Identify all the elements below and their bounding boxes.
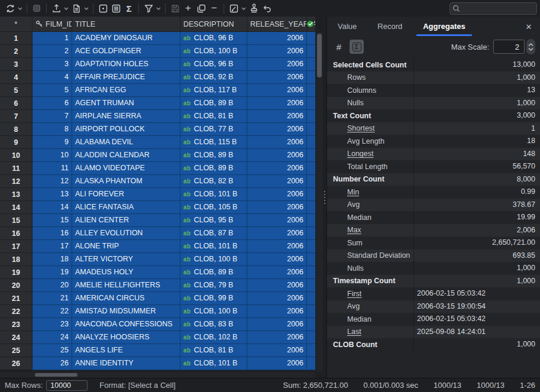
- row-number-cell[interactable]: 25: [0, 344, 33, 357]
- table-row[interactable]: 1313ALI FOREVERabCLOB, 101 B2006: [0, 188, 323, 201]
- release-year-cell[interactable]: 2006: [247, 240, 307, 253]
- aggregate-row[interactable]: Number Count8,000: [327, 173, 540, 186]
- stamp-icon[interactable]: [247, 2, 260, 15]
- clipped-cell[interactable]: [307, 71, 315, 84]
- release-year-cell[interactable]: 2006: [247, 123, 307, 136]
- description-cell[interactable]: abCLOB, 101 B: [180, 188, 247, 201]
- record-list-icon[interactable]: [109, 2, 122, 15]
- row-number-cell[interactable]: 5: [0, 84, 33, 97]
- description-cell[interactable]: abCLOB, 87 B: [180, 227, 247, 240]
- description-cell[interactable]: abCLOB, 99 B: [180, 292, 247, 305]
- release-year-cell[interactable]: 2006: [247, 45, 307, 58]
- release-year-cell[interactable]: 2006: [247, 188, 307, 201]
- table-row[interactable]: 99ALABAMA DEVILabCLOB, 115 B2006: [0, 136, 323, 149]
- aggregate-label[interactable]: First: [327, 290, 413, 298]
- status-fetch-counts[interactable]: 1000/13: [434, 381, 461, 390]
- row-number-cell[interactable]: 9: [0, 136, 33, 149]
- row-number-cell[interactable]: 13: [0, 188, 33, 201]
- aggregate-label[interactable]: Last: [327, 328, 413, 336]
- description-cell[interactable]: abCLOB, 96 B: [180, 32, 247, 45]
- film-id-cell[interactable]: 6: [33, 97, 72, 110]
- edit-cell-icon[interactable]: [227, 2, 240, 15]
- title-cell[interactable]: ALTER VICTORY: [72, 253, 180, 266]
- description-cell[interactable]: abCLOB, 77 B: [180, 123, 247, 136]
- tab-aggregates[interactable]: Aggregates: [421, 17, 467, 36]
- clipped-cell[interactable]: [307, 266, 315, 279]
- row-number-cell[interactable]: 16: [0, 227, 33, 240]
- release-year-cell[interactable]: 2006: [247, 357, 307, 370]
- clipped-cell[interactable]: [307, 253, 315, 266]
- clipped-cell[interactable]: [307, 331, 315, 344]
- aggregate-row[interactable]: Longest148: [327, 148, 540, 161]
- edit-dropdown-icon[interactable]: [240, 2, 247, 15]
- release-year-cell[interactable]: 2006: [247, 162, 307, 175]
- release-year-cell[interactable]: 2006: [247, 318, 307, 331]
- film-id-cell[interactable]: 18: [33, 253, 72, 266]
- release-year-cell[interactable]: 2006: [247, 279, 307, 292]
- aggregate-row[interactable]: Standard Deviation693.85: [327, 250, 540, 263]
- table-row[interactable]: 2121AMERICAN CIRCUSabCLOB, 99 B2006: [0, 292, 323, 305]
- release-year-cell[interactable]: 2006: [247, 214, 307, 227]
- title-cell[interactable]: AIRPLANE SIERRA: [72, 110, 180, 123]
- description-cell[interactable]: abCLOB, 81 B: [180, 344, 247, 357]
- description-cell[interactable]: abCLOB, 82 B: [180, 175, 247, 188]
- film-id-cell[interactable]: 15: [33, 214, 72, 227]
- table-row[interactable]: 1212ALASKA PHANTOMabCLOB, 82 B2006: [0, 175, 323, 188]
- table-row[interactable]: 11ACADEMY DINOSAURabCLOB, 96 B2006: [0, 32, 323, 45]
- release-year-cell[interactable]: 2006: [247, 305, 307, 318]
- aggregate-row[interactable]: Selected Cells Count13,000: [327, 59, 540, 72]
- aggregate-functions-icon[interactable]: Σ: [350, 40, 364, 54]
- refresh-dropdown-icon[interactable]: [17, 2, 24, 15]
- aggregate-label[interactable]: Longest: [327, 150, 413, 158]
- row-number-cell[interactable]: 4: [0, 71, 33, 84]
- table-row[interactable]: 33ADAPTATION HOLESabCLOB, 96 B2006: [0, 58, 323, 71]
- title-cell[interactable]: ACADEMY DINOSAUR: [72, 32, 180, 45]
- horizontal-scrollbar-thumb[interactable]: [35, 373, 77, 377]
- description-cell[interactable]: abCLOB, 100 B: [180, 253, 247, 266]
- title-cell[interactable]: ALAMO VIDEOTAPE: [72, 162, 180, 175]
- table-row[interactable]: 1515ALIEN CENTERabCLOB, 95 B2006: [0, 214, 323, 227]
- filter-dropdown-icon[interactable]: [155, 2, 162, 15]
- description-cell[interactable]: abCLOB, 100 B: [180, 305, 247, 318]
- title-cell[interactable]: ANGELS LIFE: [72, 344, 180, 357]
- table-row[interactable]: 2020AMELIE HELLFIGHTERSabCLOB, 79 B2006: [0, 279, 323, 292]
- row-number-cell[interactable]: 24: [0, 331, 33, 344]
- description-cell[interactable]: abCLOB, 101 B: [180, 240, 247, 253]
- row-number-cell[interactable]: 20: [0, 279, 33, 292]
- table-row[interactable]: 1010ALADDIN CALENDARabCLOB, 89 B2006: [0, 149, 323, 162]
- row-number-cell[interactable]: 1: [0, 32, 33, 45]
- description-cell[interactable]: abCLOB, 89 B: [180, 97, 247, 110]
- tab-record[interactable]: Record: [376, 17, 404, 36]
- release-year-cell[interactable]: 2006: [247, 227, 307, 240]
- film-id-cell[interactable]: 12: [33, 175, 72, 188]
- row-number-cell[interactable]: 7: [0, 110, 33, 123]
- clipped-cell[interactable]: [307, 45, 315, 58]
- column-header-description[interactable]: DESCRIPTION: [180, 17, 247, 32]
- clipped-cell[interactable]: [307, 357, 315, 370]
- aggregate-row[interactable]: Median2006-02-15 05:03:42: [327, 313, 540, 326]
- title-cell[interactable]: ALICE FANTASIA: [72, 201, 180, 214]
- release-year-cell[interactable]: 2006: [247, 84, 307, 97]
- table-row[interactable]: 1919AMADEUS HOLYabCLOB, 89 B2006: [0, 266, 323, 279]
- film-id-cell[interactable]: 4: [33, 71, 72, 84]
- film-id-cell[interactable]: 10: [33, 149, 72, 162]
- table-row[interactable]: 22ACE GOLDFINGERabCLOB, 100 B2006: [0, 45, 323, 58]
- title-cell[interactable]: ALABAMA DEVIL: [72, 136, 180, 149]
- clipped-cell[interactable]: [307, 58, 315, 71]
- row-number-cell[interactable]: 19: [0, 266, 33, 279]
- title-cell[interactable]: ACE GOLDFINGER: [72, 45, 180, 58]
- title-cell[interactable]: ANALYZE HOOSIERS: [72, 331, 180, 344]
- row-number-cell[interactable]: 2: [0, 45, 33, 58]
- aggregate-label[interactable]: Shortest: [327, 124, 413, 132]
- film-id-cell[interactable]: 5: [33, 84, 72, 97]
- aggregate-label[interactable]: Min: [327, 188, 413, 196]
- table-row[interactable]: 2626ANNIE IDENTITYabCLOB, 101 B2006: [0, 357, 323, 370]
- aggregate-label[interactable]: Max: [327, 226, 413, 234]
- table-row[interactable]: 66AGENT TRUMANabCLOB, 89 B2006: [0, 97, 323, 110]
- aggregate-row[interactable]: Text Count3,000: [327, 109, 540, 122]
- aggregate-row[interactable]: Shortest1: [327, 122, 540, 135]
- release-year-cell[interactable]: 2006: [247, 175, 307, 188]
- duplicate-row-icon[interactable]: [195, 2, 208, 15]
- aggregate-row[interactable]: Total Length56,570: [327, 160, 540, 173]
- column-header-release-year[interactable]: RELEASE_YEAR: [247, 17, 307, 32]
